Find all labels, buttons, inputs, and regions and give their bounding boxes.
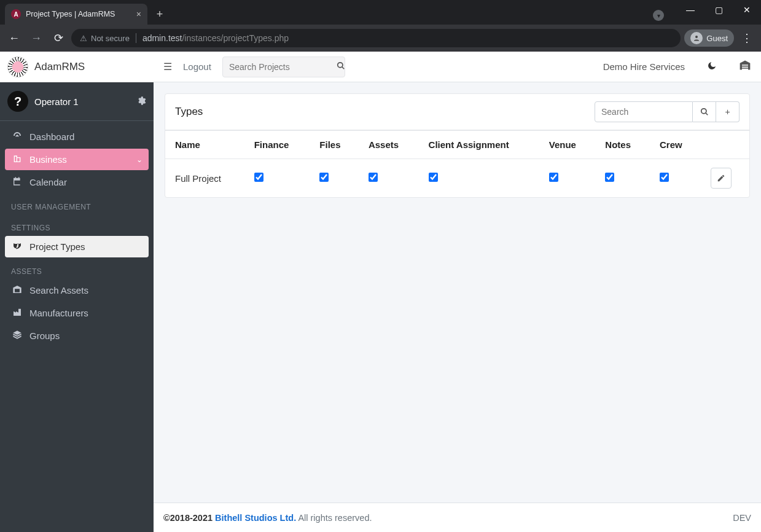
- warehouse-icon: [11, 284, 23, 296]
- sidebar-item-label: Groups: [29, 331, 60, 341]
- building-icon: [11, 154, 23, 165]
- col-files: Files: [310, 131, 359, 159]
- svg-point-1: [338, 63, 343, 68]
- layers-icon: [11, 330, 23, 342]
- svg-point-0: [695, 36, 698, 38]
- separator: [136, 33, 136, 43]
- moon-icon[interactable]: [707, 61, 717, 73]
- card-tools: +: [595, 101, 740, 122]
- card-header: Types +: [165, 94, 749, 130]
- main: ☰ Logout Demo Hire Services Types: [154, 52, 761, 532]
- forward-button[interactable]: →: [27, 29, 45, 47]
- hamburger-icon[interactable]: ☰: [163, 61, 172, 72]
- sidebar-item-search-assets[interactable]: Search Assets: [5, 280, 149, 301]
- gauge-icon: [11, 131, 23, 143]
- omnibox-row: ← → ⟳ ⚠ Not secure admin.test/instances/…: [0, 25, 761, 52]
- not-secure-label: Not secure: [91, 34, 130, 43]
- browser-tab[interactable]: A Project Types | AdamRMS ×: [5, 4, 147, 25]
- masks-icon: [11, 241, 23, 252]
- caret-down-icon[interactable]: ▾: [653, 10, 664, 21]
- profile-avatar-icon: [690, 32, 703, 44]
- back-button[interactable]: ←: [5, 29, 23, 47]
- col-crew: Crew: [650, 131, 701, 159]
- sidebar-item-label: Search Assets: [29, 285, 88, 295]
- col-venue: Venue: [539, 131, 596, 159]
- footer-env: DEV: [733, 513, 751, 523]
- factory-icon: [11, 307, 23, 319]
- nav-header-assets: ASSETS: [5, 259, 149, 280]
- types-search-button[interactable]: [693, 101, 716, 122]
- user-panel: ? Operator 1: [0, 82, 154, 121]
- table-row: Full Project: [165, 159, 749, 198]
- types-search-input[interactable]: [595, 101, 693, 122]
- sidebar-item-manufacturers[interactable]: Manufacturers: [5, 302, 149, 324]
- col-name: Name: [165, 131, 244, 159]
- user-name[interactable]: Operator 1: [34, 96, 130, 107]
- nav-header-user-mgmt: USER MANAGEMENT: [5, 194, 149, 215]
- brand[interactable]: AdamRMS: [0, 52, 154, 82]
- chk-finance[interactable]: [254, 173, 263, 182]
- content: Types + Name Finance Files: [154, 82, 761, 503]
- chk-client-assignment[interactable]: [429, 173, 438, 182]
- topbar: ☰ Logout Demo Hire Services: [154, 52, 761, 82]
- instance-name[interactable]: Demo Hire Services: [603, 61, 685, 72]
- table-header-row: Name Finance Files Assets Client Assignm…: [165, 131, 749, 159]
- chevron-down-icon: ⌄: [136, 155, 142, 164]
- user-avatar-icon: ?: [7, 91, 28, 112]
- sidebar-item-label: Manufacturers: [29, 308, 88, 318]
- logout-link[interactable]: Logout: [183, 61, 211, 72]
- footer: ©2018-2021 Bithell Studios Ltd. All righ…: [154, 503, 761, 532]
- brand-logo-icon: [7, 57, 28, 77]
- add-type-button[interactable]: +: [716, 101, 740, 122]
- edit-type-button[interactable]: [711, 168, 732, 189]
- cell-name: Full Project: [165, 159, 244, 198]
- warning-icon: ⚠: [80, 34, 87, 43]
- sidebar-nav: Dashboard Business ⌄ Calendar USER MANAG…: [0, 121, 154, 353]
- app: AdamRMS ? Operator 1 Dashboard Business …: [0, 52, 761, 532]
- sidebar-item-business[interactable]: Business ⌄: [5, 149, 149, 170]
- search-projects[interactable]: [222, 57, 345, 77]
- chk-assets[interactable]: [369, 173, 378, 182]
- sidebar-item-groups[interactable]: Groups: [5, 325, 149, 346]
- calendar-icon: [11, 176, 23, 188]
- url-text: admin.test/instances/projectTypes.php: [142, 33, 672, 43]
- profile-chip[interactable]: Guest: [684, 29, 734, 47]
- brand-label: AdamRMS: [34, 61, 85, 73]
- col-actions: [701, 131, 749, 159]
- footer-copyright-prefix: ©2018-2021: [163, 513, 215, 523]
- footer-company-link[interactable]: Bithell Studios Ltd.: [215, 513, 296, 523]
- sidebar-item-label: Calendar: [29, 177, 67, 187]
- col-finance: Finance: [244, 131, 310, 159]
- col-assets: Assets: [359, 131, 419, 159]
- search-icon[interactable]: [337, 61, 345, 72]
- chk-notes[interactable]: [605, 173, 614, 182]
- warehouse-top-icon[interactable]: [739, 59, 751, 74]
- nav-header-settings: SETTINGS: [5, 215, 149, 236]
- chk-files[interactable]: [319, 173, 329, 182]
- reload-button[interactable]: ⟳: [49, 29, 68, 47]
- tab-title: Project Types | AdamRMS: [26, 10, 131, 18]
- col-client-assignment: Client Assignment: [419, 131, 539, 159]
- new-tab-button[interactable]: +: [151, 6, 168, 23]
- sidebar-item-dashboard[interactable]: Dashboard: [5, 126, 149, 147]
- sidebar-item-label: Business: [29, 154, 67, 165]
- types-table: Name Finance Files Assets Client Assignm…: [165, 130, 749, 197]
- col-notes: Notes: [595, 131, 650, 159]
- browser-chrome: A Project Types | AdamRMS × + ▾ — ▢ ✕ ← …: [0, 0, 761, 52]
- minimize-button[interactable]: —: [676, 0, 704, 20]
- sidebar-item-calendar[interactable]: Calendar: [5, 171, 149, 193]
- sidebar-item-label: Dashboard: [29, 131, 74, 142]
- footer-text: ©2018-2021 Bithell Studios Ltd. All righ…: [163, 513, 372, 523]
- browser-menu-button[interactable]: ⋮: [738, 31, 756, 45]
- gear-icon[interactable]: [136, 96, 146, 108]
- sidebar-item-project-types[interactable]: Project Types: [5, 236, 149, 257]
- maximize-button[interactable]: ▢: [704, 0, 733, 20]
- footer-copyright-suffix: All rights reserved.: [296, 513, 372, 523]
- favicon-icon: A: [11, 9, 21, 19]
- close-window-button[interactable]: ✕: [733, 0, 761, 20]
- chk-crew[interactable]: [660, 173, 669, 182]
- search-projects-input[interactable]: [229, 62, 337, 72]
- chk-venue[interactable]: [549, 173, 558, 182]
- close-tab-icon[interactable]: ×: [136, 9, 141, 19]
- address-bar[interactable]: ⚠ Not secure admin.test/instances/projec…: [71, 29, 681, 47]
